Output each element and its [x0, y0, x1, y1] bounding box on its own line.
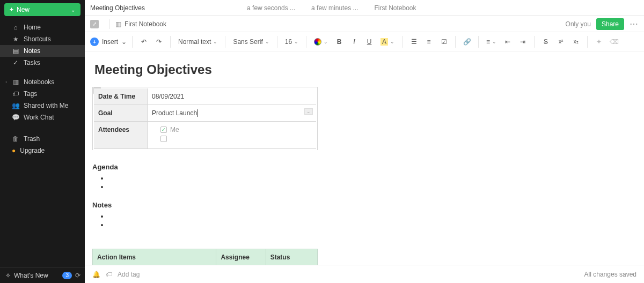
chevron-down-icon: ⌄: [265, 39, 269, 44]
sidebar-item-notes[interactable]: ▤ Notes: [0, 45, 85, 57]
chevron-down-icon: ⌄: [213, 39, 217, 44]
indent-button[interactable]: ⇥: [517, 36, 529, 48]
more-menu-icon[interactable]: ⋯: [630, 19, 639, 29]
superscript-button[interactable]: x²: [555, 36, 567, 48]
meta-attendees-label: Attendees: [94, 122, 148, 148]
font-size-value: 16: [285, 38, 292, 46]
divider: [109, 19, 110, 29]
font-family-select[interactable]: Sans Serif ⌄: [231, 37, 271, 47]
attendee-item-empty[interactable]: [160, 136, 312, 142]
sidebar-group-notebooks[interactable]: › ▥ Notebooks: [0, 76, 85, 88]
insert-label: Insert: [102, 38, 118, 46]
sidebar-item-upgrade[interactable]: ● Upgrade: [0, 145, 85, 157]
editor-content[interactable]: Meeting Objectives ⋮⋮ Date & Time 08/09/…: [85, 51, 644, 265]
breadcrumb-notebook[interactable]: First Notebook: [125, 20, 166, 28]
note-list-header: Meeting Objectives a few seconds ... a f…: [85, 0, 644, 16]
bulleted-list-button[interactable]: ☰: [408, 36, 420, 48]
font-size-select[interactable]: 16 ⌄: [283, 37, 301, 47]
notebook-icon: ▥: [115, 20, 121, 28]
meta-date-label: Date & Time: [94, 88, 148, 105]
strikethrough-button[interactable]: S: [540, 36, 552, 48]
undo-button[interactable]: ↶: [138, 36, 150, 48]
add-tag-input[interactable]: Add tag: [118, 271, 140, 278]
meta-date-value[interactable]: 08/09/2021: [148, 88, 316, 105]
sidebar-group-label: Notebooks: [24, 78, 54, 86]
sidebar-item-workchat[interactable]: 💬 Work Chat: [0, 111, 85, 123]
list-item[interactable]: [108, 174, 644, 183]
chevron-down-icon[interactable]: ⌄: [304, 108, 313, 115]
sidebar-item-tasks[interactable]: ✓ Tasks: [0, 57, 85, 69]
bold-button[interactable]: B: [333, 36, 345, 48]
editor-toolbar: + Insert ⌄ ↶ ↷ Normal text ⌄ Sans Serif …: [85, 32, 644, 51]
align-left-icon: ≡: [486, 38, 490, 46]
highlight-select[interactable]: A ⌄: [378, 37, 397, 47]
chevron-down-icon: ⌄: [492, 39, 496, 44]
home-icon: ⌂: [12, 24, 19, 31]
subscript-button[interactable]: x₂: [570, 36, 582, 48]
tag-icon[interactable]: 🏷: [106, 271, 112, 278]
sidebar-item-tags[interactable]: 🏷 Tags: [0, 88, 85, 100]
paragraph-style-value: Normal text: [178, 38, 211, 46]
note-list-title[interactable]: Meeting Objectives: [90, 4, 145, 12]
note-meta-updated: a few seconds ...: [247, 4, 295, 12]
font-color-select[interactable]: ⌄: [312, 37, 330, 47]
list-item[interactable]: [108, 221, 644, 229]
meta-goal-text: Product Launch: [152, 109, 198, 117]
outdent-button[interactable]: ⇤: [502, 36, 514, 48]
note-meta-notebook: First Notebook: [374, 4, 416, 12]
ai-button[interactable]: ✦: [593, 36, 605, 48]
chevron-down-icon: ⌄: [71, 7, 75, 13]
new-button[interactable]: + New ⌄: [4, 3, 80, 16]
action-col-items: Action Items: [93, 249, 216, 265]
star-icon: ★: [12, 35, 19, 43]
checkbox-empty-icon[interactable]: [160, 136, 167, 142]
note-meta-created: a few minutes ...: [311, 4, 358, 12]
redo-button[interactable]: ↷: [153, 36, 165, 48]
notes-list[interactable]: [92, 212, 644, 229]
agenda-list[interactable]: [92, 174, 644, 191]
align-select[interactable]: ≡ ⌄: [484, 37, 499, 47]
sidebar-item-shared[interactable]: 👥 Shared with Me: [0, 100, 85, 111]
action-col-status: Status: [266, 249, 317, 265]
attendee-name: Me: [170, 126, 179, 133]
agenda-heading[interactable]: Agenda: [92, 163, 644, 171]
color-swatch-icon: [314, 38, 321, 46]
italic-button[interactable]: I: [348, 36, 360, 48]
paragraph-style-select[interactable]: Normal text ⌄: [176, 37, 219, 47]
expand-note-icon[interactable]: ⤢: [90, 20, 99, 28]
meeting-meta-table: Date & Time 08/09/2021 Goal Product Laun…: [92, 87, 318, 150]
share-button[interactable]: Share: [596, 18, 624, 30]
notes-heading[interactable]: Notes: [92, 201, 644, 209]
check-circle-icon: ✓: [12, 59, 19, 66]
chevron-down-icon: ⌄: [390, 39, 394, 44]
list-item[interactable]: [108, 212, 644, 221]
sidebar-item-label: Notes: [24, 47, 40, 55]
note-title[interactable]: Meeting Objectives: [92, 62, 644, 77]
sidebar-item-label: Tags: [24, 90, 37, 98]
sync-icon[interactable]: ⟳: [75, 272, 80, 279]
new-button-label: New: [17, 6, 30, 13]
attendee-item[interactable]: ✓ Me: [160, 126, 312, 133]
underline-button[interactable]: U: [363, 36, 375, 48]
insert-menu[interactable]: + Insert ⌄: [90, 38, 127, 46]
meta-goal-value[interactable]: Product Launch ⌄: [148, 105, 316, 121]
whats-new-button[interactable]: ✧ What's New 3 ⟳: [0, 267, 85, 283]
sidebar-item-label: Upgrade: [20, 147, 45, 154]
checkbox-checked-icon[interactable]: ✓: [160, 126, 167, 133]
clear-formatting-button[interactable]: ⌫: [608, 36, 620, 48]
reminder-icon[interactable]: 🔔: [92, 271, 100, 278]
sidebar-item-label: Trash: [24, 135, 40, 143]
numbered-list-button[interactable]: ≡: [423, 36, 435, 48]
link-button[interactable]: 🔗: [461, 36, 473, 48]
meta-attendees-value[interactable]: ✓ Me: [148, 122, 316, 148]
chevron-down-icon: ⌄: [121, 38, 127, 46]
action-items-table: Action Items Assignee Status Clean up me…: [92, 249, 318, 265]
sidebar-item-trash[interactable]: 🗑 Trash: [0, 133, 85, 145]
list-item[interactable]: [108, 183, 644, 191]
sidebar-item-home[interactable]: ⌂ Home: [0, 21, 85, 33]
whats-new-label: What's New: [14, 272, 48, 279]
checklist-button[interactable]: ☑: [438, 36, 450, 48]
sidebar-item-shortcuts[interactable]: ★ Shortcuts: [0, 33, 85, 45]
trash-icon: 🗑: [12, 135, 19, 143]
sidebar-item-label: Home: [24, 24, 41, 31]
